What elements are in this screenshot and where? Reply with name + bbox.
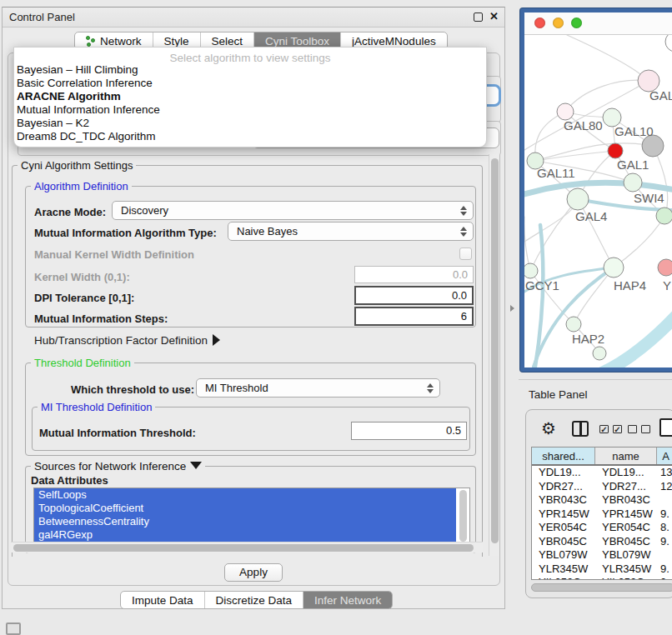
- algorithm-option-bayesian-hill-climbing[interactable]: Bayesian – Hill Climbing: [14, 63, 486, 77]
- mi-algorithm-type-value: Naive Bayes: [228, 225, 458, 238]
- table-panel-title: Table Panel: [529, 388, 588, 401]
- network-node[interactable]: [656, 208, 672, 224]
- attribute-item-selfloops[interactable]: SelfLoops: [34, 488, 456, 502]
- select-all-checkbox-icon[interactable]: ✓: [599, 425, 609, 433]
- algorithm-option-basic-correlation[interactable]: Basic Correlation Inference: [14, 77, 486, 90]
- algorithm-option-aracne[interactable]: ARACNE Algorithm: [14, 90, 486, 103]
- network-icon: [86, 36, 96, 47]
- minimize-traffic-light[interactable]: [553, 18, 564, 28]
- network-canvas[interactable]: GALGAL80GAL10GAL11GAL1SWI4GAL4GCY1HAP4YH…: [524, 35, 672, 368]
- dpi-tolerance-field[interactable]: 0.0: [354, 286, 474, 305]
- attribute-item-gal4rgexp[interactable]: gal4RGexp: [34, 528, 456, 542]
- table-row[interactable]: YIL052CYIL052C0.: [532, 576, 672, 580]
- table-hscrollbar-thumb[interactable]: [531, 583, 672, 592]
- horizontal-scrollbar-thumb[interactable]: [13, 544, 474, 552]
- float-window-icon[interactable]: [474, 12, 483, 22]
- table-row[interactable]: YBR043CYBR043C: [532, 493, 672, 508]
- data-attributes-listbox[interactable]: SelfLoops TopologicalCoefficient Between…: [33, 488, 470, 546]
- unselect-all-checkbox-icon[interactable]: [628, 425, 637, 433]
- network-node[interactable]: [566, 317, 581, 332]
- column-header-shared-name[interactable]: shared...: [532, 448, 595, 464]
- network-node[interactable]: [593, 347, 606, 360]
- columns-icon[interactable]: [572, 421, 589, 437]
- algorithm-option-mutual-information[interactable]: Mutual Information Inference: [14, 103, 486, 117]
- network-node[interactable]: [604, 258, 624, 278]
- table-horizontal-scrollbar[interactable]: [531, 583, 672, 592]
- tab-discretize-data[interactable]: Discretize Data: [205, 592, 304, 608]
- tab-network-label: Network: [100, 35, 142, 48]
- tab-infer-network[interactable]: Infer Network: [303, 592, 392, 608]
- panel-divider-arrow-icon[interactable]: [510, 305, 514, 312]
- mi-algorithm-type-label: Mutual Information Algorithm Type:: [34, 227, 217, 239]
- network-node[interactable]: [624, 173, 642, 192]
- network-node[interactable]: [665, 35, 672, 52]
- network-node-label: GAL1: [617, 158, 649, 172]
- dpi-tolerance-label: DPI Tolerance [0,1]:: [34, 292, 134, 304]
- table-row[interactable]: YPR145WYPR145W9.: [532, 508, 672, 522]
- table-row[interactable]: YDR27...YDR27...12: [532, 480, 672, 494]
- network-node[interactable]: [608, 143, 623, 158]
- manual-kernel-width-checkbox[interactable]: [459, 248, 472, 260]
- network-node[interactable]: [557, 103, 574, 120]
- attribute-item-betweennesscentrality[interactable]: BetweennessCentrality: [34, 515, 456, 528]
- network-edge[interactable]: [565, 80, 649, 112]
- unselect-all-checkbox-icon[interactable]: [641, 425, 650, 433]
- network-node[interactable]: [658, 259, 672, 276]
- minimized-panel-icon[interactable]: [6, 622, 21, 635]
- network-edge[interactable]: [594, 315, 672, 368]
- select-all-checkbox-icon[interactable]: ✓: [613, 425, 622, 433]
- settings-horizontal-scrollbar[interactable]: [11, 542, 483, 552]
- export-table-icon[interactable]: [659, 418, 672, 437]
- zoom-traffic-light[interactable]: [571, 18, 582, 28]
- apply-button[interactable]: Apply: [224, 563, 283, 582]
- close-icon[interactable]: ✕: [489, 10, 499, 22]
- mi-threshold-label: Mutual Information Threshold:: [39, 427, 196, 439]
- tab-cyni-toolbox-label: Cyni Toolbox: [265, 35, 329, 48]
- network-node-label: GAL10: [614, 124, 654, 138]
- network-edge[interactable]: [567, 35, 649, 81]
- combo-arrows-icon: [458, 227, 473, 237]
- kernel-width-field[interactable]: 0.0: [354, 266, 474, 283]
- table-row[interactable]: YER054CYER054C8.: [532, 521, 672, 535]
- list-scrollbar-thumb[interactable]: [459, 490, 467, 542]
- settings-vertical-scrollbar[interactable]: [489, 154, 499, 556]
- network-node[interactable]: [567, 188, 589, 210]
- attribute-item-topologicalcoefficient[interactable]: TopologicalCoefficient: [34, 502, 456, 515]
- table-row[interactable]: YBL079WYBL079W: [532, 548, 672, 562]
- combo-arrows-icon: [424, 383, 439, 393]
- mi-steps-label: Mutual Information Steps:: [34, 312, 168, 325]
- mi-threshold-definition-title: MI Threshold Definition: [38, 401, 155, 413]
- network-node-label: GAL11: [537, 166, 575, 180]
- table-row[interactable]: YLR345WYLR345W9.: [532, 562, 672, 577]
- mi-algorithm-type-combobox[interactable]: Naive Bayes: [228, 222, 474, 241]
- network-edge[interactable]: [524, 217, 530, 271]
- mi-steps-field[interactable]: 6: [354, 307, 474, 326]
- which-threshold-label: Which threshold to use:: [71, 383, 194, 396]
- table-row[interactable]: YBR045CYBR045C9.: [532, 535, 672, 549]
- column-header-name[interactable]: name: [595, 448, 657, 464]
- vertical-scrollbar-thumb[interactable]: [491, 158, 499, 543]
- control-panel-window: Control Panel ✕ Network Style Select Cyn…: [2, 7, 505, 609]
- table-row[interactable]: YDL19...YDL19...13: [532, 466, 672, 480]
- network-node-label: Y: [663, 278, 671, 292]
- mi-threshold-field[interactable]: 0.5: [351, 422, 467, 440]
- algorithm-definition-title: Algorithm Definition: [31, 180, 132, 192]
- gear-icon[interactable]: ⚙: [541, 418, 556, 438]
- node-table: shared... name A YDL19...YDL19...13 YDR2…: [531, 447, 672, 580]
- hub-factor-expander[interactable]: Hub/Transcription Factor Definition: [34, 334, 220, 347]
- app-root: Control Panel ✕ Network Style Select Cyn…: [0, 0, 672, 635]
- tab-jactivemnodules-label: jActiveMNodules: [352, 35, 436, 48]
- algorithm-option-dream8[interactable]: Dream8 DC_TDC Algorithm: [14, 130, 486, 143]
- network-node-label: SWI4: [634, 191, 664, 205]
- aracne-mode-combobox[interactable]: Discovery: [112, 201, 474, 220]
- tab-impute-data[interactable]: Impute Data: [121, 592, 205, 608]
- control-panel-titlebar: Control Panel ✕: [3, 8, 504, 28]
- algorithm-option-bayesian-k2[interactable]: Bayesian – K2: [14, 117, 486, 130]
- which-threshold-combobox[interactable]: MI Threshold: [196, 378, 440, 398]
- column-header-partial[interactable]: A: [657, 448, 672, 464]
- network-node[interactable]: [524, 263, 538, 278]
- network-edge[interactable]: [535, 151, 615, 161]
- close-traffic-light[interactable]: [534, 18, 545, 28]
- network-edge[interactable]: [614, 216, 664, 268]
- sources-title[interactable]: Sources for Network Inference: [31, 460, 205, 472]
